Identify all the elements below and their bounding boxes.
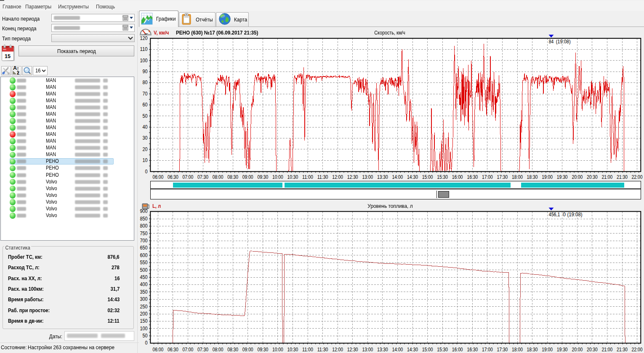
svg-text:08:00: 08:00 xyxy=(213,174,224,180)
svg-text:20: 20 xyxy=(143,146,148,152)
svg-text:120: 120 xyxy=(140,35,148,41)
svg-text:100: 100 xyxy=(140,58,148,64)
svg-text:19:30: 19:30 xyxy=(557,174,568,180)
svg-text:06:00: 06:00 xyxy=(152,347,163,353)
svg-text:11:00: 11:00 xyxy=(302,174,313,180)
svg-text:150: 150 xyxy=(140,318,148,324)
svg-text:15: 15 xyxy=(5,53,11,59)
svg-text:40: 40 xyxy=(143,124,148,130)
svg-text:500: 500 xyxy=(140,267,148,273)
svg-text:(19:08): (19:08) xyxy=(567,212,583,218)
svg-text:10:30: 10:30 xyxy=(287,174,298,180)
svg-text:17:30: 17:30 xyxy=(497,174,508,180)
svg-text:12:30: 12:30 xyxy=(347,174,358,180)
svg-text:300: 300 xyxy=(140,296,148,302)
svg-text:17:00: 17:00 xyxy=(482,174,493,180)
svg-text:200: 200 xyxy=(140,311,148,317)
svg-text:06:30: 06:30 xyxy=(168,174,178,180)
svg-text:15:00: 15:00 xyxy=(422,347,433,353)
svg-text:0: 0 xyxy=(145,340,148,346)
svg-text:14:00: 14:00 xyxy=(392,347,403,353)
svg-text:06:30: 06:30 xyxy=(168,347,178,353)
svg-text:19:00: 19:00 xyxy=(542,347,553,353)
svg-text:16:00: 16:00 xyxy=(452,174,463,180)
svg-text:07:00: 07:00 xyxy=(183,347,194,353)
svg-text:06:00: 06:00 xyxy=(152,174,163,180)
svg-text:11:30: 11:30 xyxy=(317,174,328,180)
svg-text:z: z xyxy=(17,70,19,75)
svg-text:15:00: 15:00 xyxy=(422,174,433,180)
svg-text:08:30: 08:30 xyxy=(227,347,238,353)
svg-text:16:30: 16:30 xyxy=(467,174,478,180)
svg-text:21:00: 21:00 xyxy=(602,174,613,180)
svg-text:22:00: 22:00 xyxy=(632,347,643,353)
svg-text:0: 0 xyxy=(145,169,148,175)
svg-text:21:30: 21:30 xyxy=(617,347,628,353)
svg-text:50: 50 xyxy=(143,113,148,119)
svg-text:20:30: 20:30 xyxy=(587,174,598,180)
svg-text:09:30: 09:30 xyxy=(257,347,268,353)
svg-text:14:00: 14:00 xyxy=(392,174,403,180)
svg-text:21:00: 21:00 xyxy=(602,347,613,353)
svg-text:80: 80 xyxy=(143,80,148,85)
svg-text:09:00: 09:00 xyxy=(242,174,253,180)
svg-text:600: 600 xyxy=(140,252,148,258)
svg-text:19:00: 19:00 xyxy=(542,174,553,180)
svg-text:250: 250 xyxy=(140,304,148,310)
svg-text:08:00: 08:00 xyxy=(213,347,224,353)
svg-text:110: 110 xyxy=(140,46,148,52)
svg-text:350: 350 xyxy=(140,289,148,295)
svg-text:800: 800 xyxy=(140,223,148,229)
svg-text:450: 450 xyxy=(140,274,148,280)
svg-text:18:30: 18:30 xyxy=(527,347,538,353)
svg-text:30: 30 xyxy=(143,135,148,141)
svg-text:12:00: 12:00 xyxy=(332,174,343,180)
svg-text:07:00: 07:00 xyxy=(183,174,194,180)
svg-text:700: 700 xyxy=(140,238,148,244)
svg-text:10:30: 10:30 xyxy=(287,347,298,353)
svg-text:22:00: 22:00 xyxy=(632,174,643,180)
svg-text:400: 400 xyxy=(140,281,148,287)
svg-text:18:00: 18:00 xyxy=(512,174,523,180)
svg-text:08:30: 08:30 xyxy=(227,174,238,180)
svg-text:100: 100 xyxy=(140,326,148,332)
svg-text:84: 84 xyxy=(549,39,554,45)
svg-text:750: 750 xyxy=(140,231,148,236)
svg-text:12:30: 12:30 xyxy=(347,347,358,353)
svg-text:19:30: 19:30 xyxy=(557,347,568,353)
svg-text:11:30: 11:30 xyxy=(317,347,328,353)
svg-text:20:30: 20:30 xyxy=(587,347,598,353)
svg-text:16:30: 16:30 xyxy=(467,347,478,353)
svg-text:13:30: 13:30 xyxy=(377,347,388,353)
svg-text:900: 900 xyxy=(140,208,148,214)
svg-text:15:30: 15:30 xyxy=(437,174,448,180)
svg-text:0: 0 xyxy=(563,212,566,218)
svg-text:(19:08): (19:08) xyxy=(556,39,571,45)
svg-text:10: 10 xyxy=(143,157,148,163)
svg-text:550: 550 xyxy=(140,260,148,265)
svg-text:07:30: 07:30 xyxy=(197,174,208,180)
svg-text:11:00: 11:00 xyxy=(302,347,313,353)
svg-text:20:00: 20:00 xyxy=(572,174,583,180)
svg-text:14:30: 14:30 xyxy=(407,347,418,353)
svg-text:15:30: 15:30 xyxy=(437,347,448,353)
svg-text:07:30: 07:30 xyxy=(197,347,208,353)
svg-text:21:30: 21:30 xyxy=(617,174,628,180)
svg-text:13:00: 13:00 xyxy=(362,347,373,353)
svg-text:09:30: 09:30 xyxy=(257,174,268,180)
svg-text:14:30: 14:30 xyxy=(407,174,418,180)
svg-text:17:30: 17:30 xyxy=(497,347,508,353)
svg-text:16:00: 16:00 xyxy=(452,347,463,353)
svg-text:10:00: 10:00 xyxy=(272,347,283,353)
svg-text:18:00: 18:00 xyxy=(512,347,523,353)
svg-text:650: 650 xyxy=(140,245,148,251)
svg-text:456,1: 456,1 xyxy=(549,212,560,218)
svg-text:12:00: 12:00 xyxy=(332,347,343,353)
svg-text:850: 850 xyxy=(140,216,148,222)
svg-text:90: 90 xyxy=(143,69,148,74)
svg-text:A: A xyxy=(13,66,17,71)
svg-text:20:00: 20:00 xyxy=(572,347,583,353)
svg-text:17:00: 17:00 xyxy=(482,347,493,353)
svg-text:13:00: 13:00 xyxy=(362,174,373,180)
svg-text:60: 60 xyxy=(143,102,148,108)
